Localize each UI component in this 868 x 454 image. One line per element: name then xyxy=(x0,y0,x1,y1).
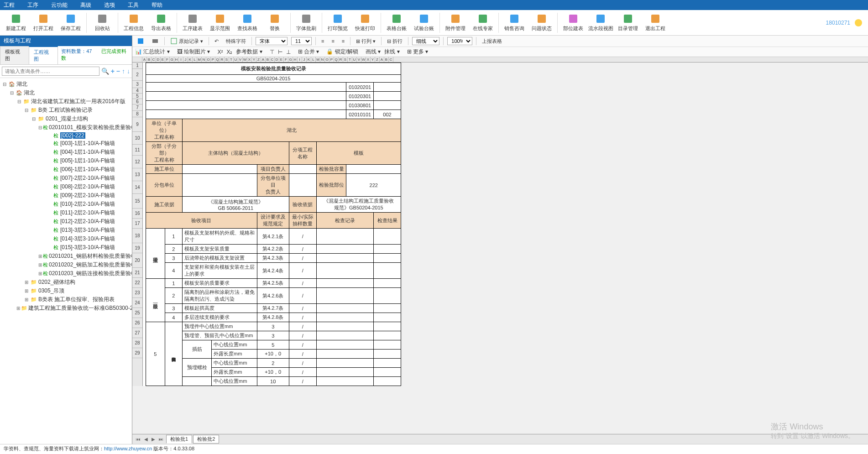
erase-button[interactable]: 抹线 ▾ xyxy=(384,48,399,56)
stat-button[interactable]: 📊 汇总统计 ▾ xyxy=(135,48,170,56)
tree-node[interactable]: ⊞📁0305_吊顶 xyxy=(1,287,131,295)
report-button[interactable]: 上报表格 xyxy=(480,37,504,46)
toolbar-显示范围[interactable]: 显示范围 xyxy=(206,10,234,35)
toolbar-退出工程[interactable]: 退出工程 xyxy=(642,10,669,35)
tree-node[interactable]: ⊞检02010201_钢筋材料检验批质量验收记录 xyxy=(1,252,131,261)
merge-button[interactable]: ⊞ 合并 ▾ xyxy=(298,48,319,56)
menu-advanced[interactable]: 高级 xyxy=(80,1,91,9)
tree-root[interactable]: ⊟🏠湖北 xyxy=(1,80,131,89)
valign-icon[interactable]: ⊢ xyxy=(278,49,282,55)
bulb-icon[interactable] xyxy=(855,19,862,26)
tree-item[interactable]: 检[011]-2层2-10/A-F轴墙 xyxy=(1,209,131,217)
draw-button[interactable]: 画线 ▾ xyxy=(366,48,381,56)
sub-icon[interactable]: X₂ xyxy=(226,49,232,55)
tree-item[interactable]: 检[005]-1层1-10/A-F轴墙 xyxy=(1,157,131,165)
ref-button[interactable]: 参考数据 ▾ xyxy=(236,48,262,56)
tree-node[interactable]: ⊞📁建筑工程施工质量验收统一标准GB50300-2013 xyxy=(1,304,131,313)
tree-node[interactable]: ⊟📁湖北省建筑工程施工统一用表2016年版 xyxy=(1,97,131,106)
tree-node[interactable]: ⊟📁B类 工程试验检验记录 xyxy=(1,106,131,115)
tab-next-icon[interactable]: ▶ xyxy=(150,437,157,442)
tree-item[interactable]: 检[010]-2层2-10/A-F轴墙 xyxy=(1,200,131,209)
sup-icon[interactable]: X² xyxy=(217,49,223,55)
row-col-button[interactable]: ⊞ 行列 ▾ xyxy=(354,37,377,46)
tree-item[interactable]: 检[007]-2层2-10/A-F轴墙 xyxy=(1,174,131,183)
tree-item[interactable]: 检[015]-3层3-10/A-F轴墙 xyxy=(1,243,131,252)
toolbar-查找表格[interactable]: 查找表格 xyxy=(234,10,261,35)
toolbar-流水段视图[interactable]: 流水段视图 xyxy=(587,10,614,35)
print-icon[interactable] xyxy=(150,37,161,46)
toolbar-销售咨询[interactable]: 销售咨询 xyxy=(501,10,528,35)
toolbar-替换[interactable]: 替换 xyxy=(261,10,288,35)
tab-template-view[interactable]: 模板视图 xyxy=(0,46,29,64)
lock-button[interactable]: 🔒 锁定/解锁 xyxy=(326,48,358,56)
tree-node[interactable]: ⊞📁B类表 施工单位报审、报验用表 xyxy=(1,295,131,304)
tree-item[interactable]: 检[006]-1层1-10/A-F轴墙 xyxy=(1,165,131,174)
tree-node[interactable]: ⊞检02010203_钢筋连接检验批质量验收记录 xyxy=(1,269,131,278)
toolbar-部位建表[interactable]: 部位建表 xyxy=(559,10,587,35)
tree-item[interactable]: 检[004]-1层1-10/A-F轴墙 xyxy=(1,148,131,157)
toolbar-回收站[interactable]: 回收站 xyxy=(89,10,116,35)
sheet-tab[interactable]: 检验批1 xyxy=(166,435,192,444)
toolbar-工序建表[interactable]: 工序建表 xyxy=(179,10,206,35)
search-icon[interactable]: 🔍 xyxy=(101,68,109,75)
toolbar-问题状态[interactable]: 问题状态 xyxy=(528,10,555,35)
align-right-icon[interactable]: ≡ xyxy=(340,37,346,45)
tree-item[interactable]: 检[003]-1层1-10/A-F轴墙 xyxy=(1,139,131,148)
align-left-icon[interactable]: ≡ xyxy=(319,37,326,45)
toolbar-在线专家[interactable]: 在线专家 xyxy=(469,10,497,35)
tab-last-icon[interactable]: ⏭ xyxy=(157,437,165,442)
toolbar-附件管理[interactable]: 附件管理 xyxy=(442,10,469,35)
toolbar-打印预览[interactable]: 打印预览 xyxy=(324,10,351,35)
tree-node[interactable]: ⊟📁0201_混凝土结构 xyxy=(1,115,131,123)
more-button[interactable]: ⊞ 更多 ▾ xyxy=(407,48,429,56)
undo-icon[interactable]: ↶ xyxy=(213,37,220,45)
menu-cloud[interactable]: 云功能 xyxy=(51,1,68,9)
toolbar-工程信息[interactable]: 工程信息 xyxy=(120,10,147,35)
search-input[interactable] xyxy=(2,67,99,76)
tree-item[interactable]: 检[013]-3层3-10/A-F轴墙 xyxy=(1,226,131,235)
size-select[interactable]: 11 xyxy=(291,37,312,45)
tree-node[interactable]: ⊞📁0202_砌体结构 xyxy=(1,278,131,287)
toolbar-保存工程[interactable]: 保存工程 xyxy=(57,10,84,35)
up-icon[interactable]: ↑ xyxy=(122,68,125,75)
tree-item-selected[interactable]: 检[002]-222 xyxy=(1,132,131,139)
remove-icon[interactable]: − xyxy=(116,68,120,75)
align-center-icon[interactable]: ≡ xyxy=(329,37,336,45)
toolbar-新建工程[interactable]: 新建工程 xyxy=(2,10,30,35)
valign-icon[interactable]: ⊥ xyxy=(286,49,291,55)
tree-node[interactable]: ⊞检02010202_钢筋加工检验批质量验收记录 xyxy=(1,261,131,269)
zoom-select[interactable]: 100% xyxy=(447,37,472,45)
wrap-button[interactable]: ⊟ 折行 xyxy=(385,37,404,46)
toolbar-试验台账[interactable]: 试验台账 xyxy=(410,10,438,35)
tree-item[interactable]: 检[012]-2层2-10/A-F轴墙 xyxy=(1,217,131,226)
valign-icon[interactable]: ⊤ xyxy=(270,49,274,55)
sheet-tab[interactable]: 检验批2 xyxy=(193,435,219,444)
menu-help[interactable]: 帮助 xyxy=(152,1,162,9)
tree-node[interactable]: ⊟检02010101_模板安装检验批质量验收记录 xyxy=(1,123,131,132)
img-button[interactable]: 🖼 绘制图片 ▾ xyxy=(177,48,210,56)
sheet-area[interactable]: ABCDEFGHIJKLMNOPQRSTUVWXYZABCDEFGHIJKLMN… xyxy=(132,57,868,434)
menu-tools[interactable]: 工具 xyxy=(128,1,139,9)
menu-project[interactable]: 工程 xyxy=(4,1,15,9)
line-select[interactable]: 细线 xyxy=(412,37,439,45)
tree-item[interactable]: 检[008]-2层2-10/A-F轴墙 xyxy=(1,183,131,191)
toolbar-表格台账[interactable]: 表格台账 xyxy=(383,10,410,35)
tab-project-view[interactable]: 工程视图 xyxy=(29,46,58,64)
orig-record-button[interactable]: 原始记录 ▾ xyxy=(168,37,205,46)
add-icon[interactable]: + xyxy=(111,68,115,75)
tab-prev-icon[interactable]: ◀ xyxy=(142,437,150,442)
font-select[interactable]: 宋体 xyxy=(256,37,288,45)
tree-node[interactable]: ⊟🏠湖北 xyxy=(1,89,131,97)
tree-item[interactable]: 检[014]-3层3-10/A-F轴墙 xyxy=(1,235,131,243)
toolbar-快速打印[interactable]: 快速打印 xyxy=(351,10,379,35)
footer-link[interactable]: http://www.zhuyew.cn xyxy=(104,446,152,451)
menu-process[interactable]: 工序 xyxy=(27,1,38,9)
toolbar-字体批刷[interactable]: 字体批刷 xyxy=(293,10,320,35)
special-char-button[interactable]: 特殊字符 xyxy=(224,37,248,46)
toolbar-导出表格[interactable]: 导出表格 xyxy=(147,10,175,35)
menu-options[interactable]: 选项 xyxy=(104,1,115,9)
toolbar-打开工程[interactable]: 打开工程 xyxy=(30,10,57,35)
tree-item[interactable]: 检[009]-2层2-10/A-F轴墙 xyxy=(1,191,131,200)
tab-first-icon[interactable]: ⏮ xyxy=(134,437,142,442)
save-icon[interactable] xyxy=(135,37,146,46)
